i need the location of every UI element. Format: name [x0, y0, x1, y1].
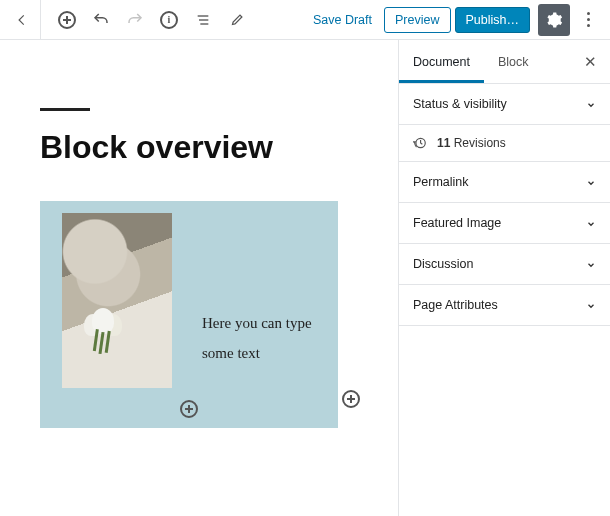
image-placeholder-detail [82, 308, 132, 358]
title-rule [40, 108, 90, 111]
close-icon: ✕ [584, 53, 597, 71]
panel-title: Status & visibility [413, 97, 507, 111]
workspace: Block overview Here you can type some te… [0, 40, 610, 516]
block-appender-inner[interactable] [180, 400, 198, 418]
tab-document[interactable]: Document [399, 40, 484, 83]
chevron-down-icon [586, 218, 596, 228]
info-button[interactable]: i [155, 6, 183, 34]
more-menu-button[interactable] [574, 4, 602, 36]
settings-button[interactable] [538, 4, 570, 36]
gear-icon [545, 11, 563, 29]
panel-toggle-status[interactable]: Status & visibility [399, 84, 610, 124]
panel-title: Page Attributes [413, 298, 498, 312]
sidebar-tabs: Document Block ✕ [399, 40, 610, 84]
top-toolbar: i Save Draft Preview Publish… [0, 0, 610, 40]
add-block-button[interactable] [53, 6, 81, 34]
paragraph-block[interactable]: Here you can type some text [202, 213, 326, 388]
plus-circle-icon [180, 400, 198, 418]
panel-title: Permalink [413, 175, 469, 189]
panel-discussion: Discussion [399, 244, 610, 285]
preview-button[interactable]: Preview [384, 7, 450, 33]
page-title[interactable]: Block overview [40, 129, 398, 166]
toolbar-left-group: i [47, 6, 251, 34]
publish-button[interactable]: Publish… [455, 7, 531, 33]
chevron-down-icon [586, 300, 596, 310]
panel-permalink: Permalink [399, 162, 610, 203]
panel-toggle-featured-image[interactable]: Featured Image [399, 203, 610, 243]
image-placeholder [62, 213, 172, 388]
panel-featured-image: Featured Image [399, 203, 610, 244]
chevron-down-icon [586, 177, 596, 187]
plus-circle-icon [342, 390, 360, 408]
back-button[interactable] [8, 6, 36, 34]
undo-button[interactable] [87, 6, 115, 34]
panel-status-visibility: Status & visibility [399, 84, 610, 125]
redo-button[interactable] [121, 6, 149, 34]
chevron-down-icon [586, 259, 596, 269]
columns-block[interactable]: Here you can type some text [40, 201, 338, 428]
settings-sidebar: Document Block ✕ Status & visibility 11 … [398, 40, 610, 516]
save-draft-button[interactable]: Save Draft [305, 7, 380, 33]
revisions-row[interactable]: 11 Revisions [399, 125, 610, 162]
panel-toggle-page-attributes[interactable]: Page Attributes [399, 285, 610, 325]
chevron-down-icon [586, 99, 596, 109]
panel-title: Discussion [413, 257, 473, 271]
edit-button[interactable] [223, 6, 251, 34]
toolbar-divider [40, 0, 41, 40]
panel-page-attributes: Page Attributes [399, 285, 610, 326]
block-navigation-button[interactable] [189, 6, 217, 34]
history-icon [413, 136, 427, 150]
panel-title: Featured Image [413, 216, 501, 230]
block-appender-outer[interactable] [342, 390, 360, 408]
image-block[interactable] [62, 213, 172, 388]
editor-canvas[interactable]: Block overview Here you can type some te… [0, 40, 398, 516]
close-sidebar-button[interactable]: ✕ [570, 40, 610, 84]
kebab-icon [587, 12, 590, 27]
revisions-label: Revisions [454, 136, 506, 150]
tab-block[interactable]: Block [484, 40, 543, 83]
panel-toggle-permalink[interactable]: Permalink [399, 162, 610, 202]
panel-toggle-discussion[interactable]: Discussion [399, 244, 610, 284]
revisions-count: 11 [437, 136, 450, 150]
